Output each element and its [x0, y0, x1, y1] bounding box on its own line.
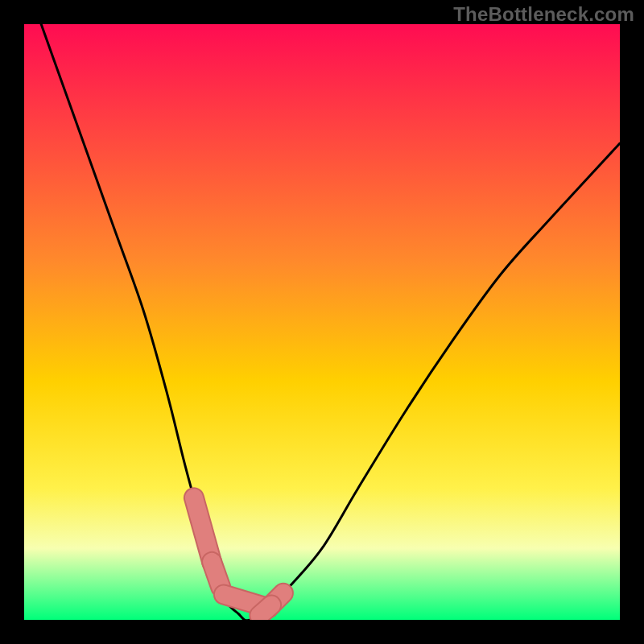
- chart-svg: [24, 24, 620, 620]
- chart-frame: TheBottleneck.com: [0, 0, 644, 644]
- curve-marker: [259, 605, 271, 616]
- watermark-text: TheBottleneck.com: [453, 3, 634, 26]
- curve-marker: [212, 562, 221, 587]
- gradient-background: [24, 24, 620, 620]
- plot-area: [24, 24, 620, 620]
